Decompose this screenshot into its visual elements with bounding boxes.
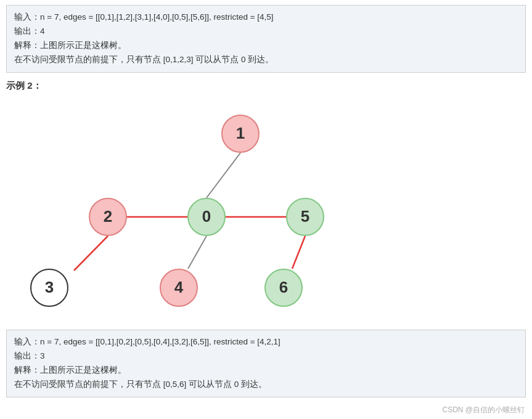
top-line1: 输入：n = 7, edges = [[0,1],[1,2],[3,1],[4,… [14,10,518,25]
bottom-line2: 输出：3 [14,349,518,364]
node-4: 4 [160,269,198,307]
watermark: CSDN @自信的小螺丝钉 [0,402,532,419]
node-0: 0 [187,198,226,236]
top-line3: 解释：上图所示正是这棵树。 [14,39,518,53]
node-1: 1 [221,115,260,153]
bottom-line3: 解释：上图所示正是这棵树。 [14,364,518,378]
bottom-code-block: 输入：n = 7, edges = [[0,1],[0,2],[0,5],[0,… [6,330,526,397]
node-3: 3 [30,269,68,307]
edge-3 [74,236,108,271]
edge-4 [188,236,207,269]
top-line2: 输出：4 [14,25,518,39]
edge-0 [207,153,240,198]
bottom-line1: 输入：n = 7, edges = [[0,1],[0,2],[0,5],[0,… [14,335,518,349]
node-6: 6 [264,269,303,307]
graph-container: 1205346 [0,97,532,325]
node-2: 2 [89,198,127,236]
top-code-block: 输入：n = 7, edges = [[0,1],[1,2],[3,1],[4,… [6,5,526,73]
edge-5 [292,236,305,269]
example-label: 示例 2： [6,80,526,92]
top-line4: 在不访问受限节点的前提下，只有节点 [0,1,2,3] 可以从节点 0 到达。 [14,53,518,67]
node-5: 5 [286,198,324,236]
bottom-line4: 在不访问受限节点的前提下，只有节点 [0,5,6] 可以从节点 0 到达。 [14,378,518,392]
